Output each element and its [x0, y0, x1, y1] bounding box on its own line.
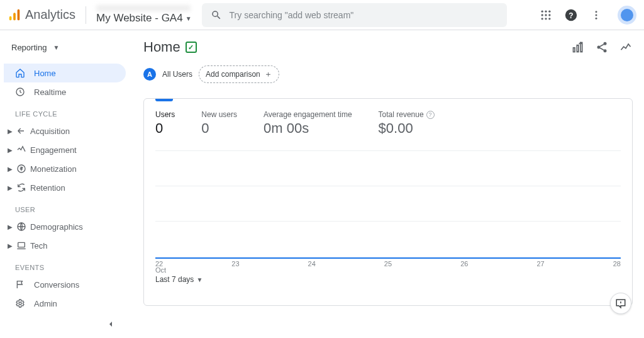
svg-point-25 — [604, 42, 607, 45]
page-title-text: Home — [143, 39, 180, 55]
search-bar[interactable]: Try searching "add web stream" — [202, 3, 507, 27]
sidebar-section-user: USER — [4, 197, 126, 217]
sidebar-item-label: Home — [34, 69, 56, 78]
svg-point-27 — [604, 49, 607, 52]
sidebar-item-admin[interactable]: Admin — [4, 294, 126, 313]
share-icon[interactable] — [595, 40, 609, 54]
svg-point-6 — [541, 14, 543, 16]
sidebar-item-label: Admin — [34, 299, 57, 308]
sidebar-item-retention[interactable]: ▶ Retention — [4, 178, 126, 197]
feedback-button[interactable] — [610, 293, 631, 314]
main-actions — [571, 40, 633, 54]
plus-icon: ＋ — [264, 69, 272, 80]
header-right-actions: ? — [538, 6, 636, 25]
metric-engagement-time[interactable]: Average engagement time 0m 00s — [264, 110, 352, 137]
analytics-logo-icon — [8, 8, 21, 22]
add-comparison-button[interactable]: Add comparison ＋ — [199, 65, 279, 83]
sidebar-item-label: Monetization — [30, 164, 77, 174]
logo-block: Analytics — [8, 8, 75, 22]
sidebar-item-engagement[interactable]: ▶ Engagement — [4, 140, 126, 159]
metric-label: Users — [155, 110, 175, 119]
acquisition-icon — [16, 126, 26, 136]
svg-point-15 — [596, 14, 597, 16]
main-header: Home ✓ — [143, 39, 633, 55]
metric-total-revenue[interactable]: Total revenue ? $0.00 — [379, 110, 435, 137]
help-icon[interactable]: ? — [564, 8, 579, 23]
segment-badge: A — [143, 68, 156, 81]
property-selector[interactable]: My Website - GA4 ▼ — [96, 5, 192, 25]
sidebar-item-demographics[interactable]: ▶ Demographics — [4, 217, 126, 236]
sidebar-item-label: Engagement — [30, 145, 77, 155]
svg-point-5 — [548, 10, 550, 12]
header-divider — [86, 6, 86, 24]
help-icon[interactable]: ? — [426, 111, 435, 119]
retention-icon — [16, 183, 26, 193]
svg-rect-23 — [577, 45, 579, 52]
metrics-row: Users 0 New users 0 Average engagement t… — [155, 110, 621, 137]
insights-icon[interactable] — [619, 40, 633, 54]
caret-down-icon: ▼ — [186, 15, 192, 22]
sidebar-item-acquisition[interactable]: ▶ Acquisition — [4, 121, 126, 140]
chevron-right-icon: ▶ — [8, 242, 13, 249]
svg-point-14 — [596, 11, 597, 13]
main-content: Home ✓ A All Users Add comparison ＋ — [126, 30, 644, 338]
search-placeholder: Try searching "add web stream" — [230, 10, 354, 20]
caret-down-icon: ▼ — [196, 276, 203, 283]
sidebar-item-label: Retention — [30, 183, 65, 193]
svg-point-4 — [545, 10, 547, 12]
sidebar-section-lifecycle: LIFE CYCLE — [4, 101, 126, 121]
sidebar-section-events: EVENTS — [4, 255, 126, 275]
report-scope-label: Reporting — [11, 43, 47, 52]
gear-icon — [15, 298, 25, 308]
date-range-label: Last 7 days — [155, 275, 194, 284]
sidebar-item-label: Tech — [30, 241, 47, 251]
svg-point-7 — [545, 14, 547, 16]
page-title: Home ✓ — [143, 39, 197, 55]
svg-rect-2 — [18, 9, 20, 20]
trend-chart: 22 23 24 25 26 27 28 Oct — [155, 150, 621, 257]
engagement-icon — [16, 145, 26, 155]
verified-icon: ✓ — [186, 42, 197, 53]
sidebar-item-label: Conversions — [34, 280, 79, 290]
sidebar: Reporting ▼ Home Realtime LIFE CYCLE ▶ A… — [0, 30, 126, 338]
sidebar-item-tech[interactable]: ▶ Tech — [4, 236, 126, 255]
more-vert-icon[interactable] — [589, 8, 604, 23]
sidebar-item-monetization[interactable]: ▶ Monetization — [4, 159, 126, 178]
metric-value: 0m 00s — [264, 120, 352, 137]
svg-text:?: ? — [569, 11, 573, 20]
chevron-right-icon: ▶ — [8, 166, 13, 172]
sidebar-item-home[interactable]: Home — [4, 64, 126, 82]
chevron-right-icon: ▶ — [8, 128, 13, 135]
comparison-chips-row: A All Users Add comparison ＋ — [143, 65, 633, 83]
svg-rect-0 — [9, 16, 12, 20]
device-icon — [16, 240, 26, 251]
add-comparison-label: Add comparison — [206, 70, 260, 79]
sidebar-item-realtime[interactable]: Realtime — [4, 82, 126, 101]
property-name: My Website - GA4 — [96, 13, 183, 25]
search-icon — [211, 9, 222, 21]
account-path-blurred — [96, 5, 191, 11]
monetization-icon — [16, 164, 26, 174]
date-range-selector[interactable]: Last 7 days ▼ — [155, 275, 621, 284]
metric-new-users[interactable]: New users 0 — [201, 110, 237, 137]
product-name: Analytics — [25, 8, 75, 22]
svg-rect-22 — [574, 48, 575, 52]
svg-point-9 — [541, 18, 543, 20]
account-avatar[interactable] — [618, 6, 636, 25]
sidebar-item-label: Demographics — [30, 222, 83, 232]
svg-point-11 — [548, 18, 550, 20]
chevron-right-icon: ▶ — [8, 147, 13, 154]
metric-value: 0 — [155, 120, 175, 137]
metric-users[interactable]: Users 0 — [155, 110, 175, 137]
flag-icon — [15, 279, 25, 290]
customize-report-icon[interactable] — [571, 40, 585, 54]
svg-point-21 — [19, 302, 21, 305]
sidebar-collapse-button[interactable] — [103, 317, 118, 332]
svg-point-3 — [541, 10, 543, 12]
sidebar-item-label: Realtime — [34, 87, 66, 97]
sidebar-item-conversions[interactable]: Conversions — [4, 275, 126, 294]
apps-icon[interactable] — [538, 8, 553, 23]
report-scope-selector[interactable]: Reporting ▼ — [4, 39, 126, 56]
caret-down-icon: ▼ — [53, 44, 59, 51]
metric-label: New users — [201, 110, 237, 119]
